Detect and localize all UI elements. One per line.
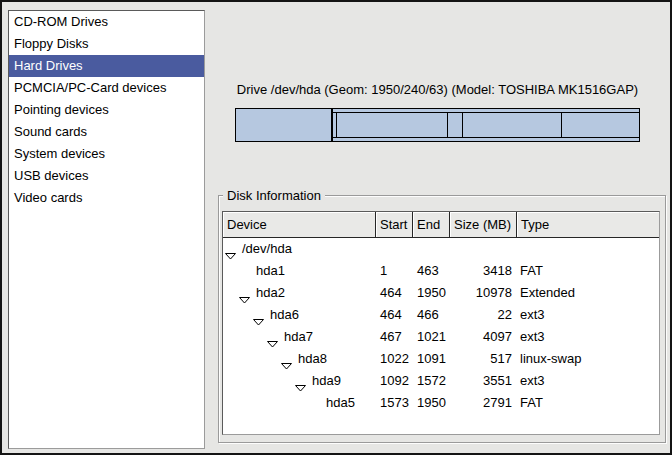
end-value: 1021: [413, 326, 450, 348]
start-value: 1092: [376, 370, 413, 392]
end-value: 463: [413, 260, 450, 282]
disk-information-table: Device Start End Size (MB) Type /dev/hda: [222, 211, 660, 435]
table-body: /dev/hda hda1 1 463 3418 FAT: [223, 238, 659, 414]
size-value: 3551: [450, 370, 517, 392]
size-value: 3418: [450, 260, 517, 282]
table-row-hda2[interactable]: hda2 464 1950 10978 Extended: [223, 282, 659, 304]
logical-partition-divider: [447, 113, 448, 137]
table-row-hda9[interactable]: hda9 1092 1572 3551 ext3: [223, 370, 659, 392]
type-value: ext3: [517, 304, 659, 326]
expander-triangle-icon[interactable]: [225, 245, 236, 253]
column-header-size[interactable]: Size (MB): [450, 212, 517, 238]
logical-partition-divider: [462, 113, 463, 137]
end-value: [413, 238, 450, 260]
table-row-hda8[interactable]: hda8 1022 1091 517 linux-swap: [223, 348, 659, 370]
table-header-row: Device Start End Size (MB) Type: [223, 212, 659, 238]
expander-triangle-icon[interactable]: [253, 311, 264, 319]
drive-geometry-label: Drive /dev/hda (Geom: 1950/240/63) (Mode…: [235, 82, 640, 98]
type-value: ext3: [517, 370, 659, 392]
table-row-hda5[interactable]: hda5 1573 1950 2791 FAT: [223, 392, 659, 414]
sidebar-item-usb-devices[interactable]: USB devices: [9, 165, 204, 187]
size-value: 10978: [450, 282, 517, 304]
device-name: hda2: [256, 282, 285, 304]
end-value: 1572: [413, 370, 450, 392]
device-name: hda9: [312, 370, 341, 392]
sidebar-item-system-devices[interactable]: System devices: [9, 143, 204, 165]
size-value: 4097: [450, 326, 517, 348]
start-value: 1: [376, 260, 413, 282]
table-row-hda6[interactable]: hda6 464 466 22 ext3: [223, 304, 659, 326]
partition-segment-extended: [332, 109, 639, 141]
sidebar-item-sound-cards[interactable]: Sound cards: [9, 121, 204, 143]
end-value: 1950: [413, 392, 450, 414]
table-row-hda7[interactable]: hda7 467 1021 4097 ext3: [223, 326, 659, 348]
sidebar-item-pcmcia-devices[interactable]: PCMCIA/PC-Card devices: [9, 77, 204, 99]
hardware-browser-window: CD-ROM Drives Floppy Disks Hard Drives P…: [0, 0, 672, 455]
type-value: ext3: [517, 326, 659, 348]
start-value: 1022: [376, 348, 413, 370]
expander-triangle-icon[interactable]: [281, 355, 292, 363]
start-value: 1573: [376, 392, 413, 414]
sidebar-item-floppy-disks[interactable]: Floppy Disks: [9, 33, 204, 55]
drive-partition-bar: [235, 108, 640, 142]
sidebar-item-pointing-devices[interactable]: Pointing devices: [9, 99, 204, 121]
column-header-end[interactable]: End: [413, 212, 450, 238]
size-value: [450, 238, 517, 260]
hardware-category-list: CD-ROM Drives Floppy Disks Hard Drives P…: [8, 10, 205, 449]
logical-partition-divider: [561, 113, 562, 137]
expander-triangle-icon[interactable]: [267, 333, 278, 341]
size-value: 2791: [450, 392, 517, 414]
size-value: 517: [450, 348, 517, 370]
type-value: [517, 238, 659, 260]
device-name: hda8: [298, 348, 327, 370]
start-value: 467: [376, 326, 413, 348]
type-value: Extended: [517, 282, 659, 304]
sidebar-item-video-cards[interactable]: Video cards: [9, 187, 204, 209]
partition-segment-primary: [236, 109, 332, 141]
logical-partition-divider: [336, 113, 337, 137]
device-name: hda6: [270, 304, 299, 326]
sidebar-item-cdrom-drives[interactable]: CD-ROM Drives: [9, 11, 204, 33]
extended-partition-inner: [333, 112, 639, 138]
table-row-hda1[interactable]: hda1 1 463 3418 FAT: [223, 260, 659, 282]
device-name: /dev/hda: [242, 238, 292, 260]
sidebar-item-hard-drives[interactable]: Hard Drives: [9, 55, 204, 77]
device-name: hda1: [256, 260, 285, 282]
column-header-device[interactable]: Device: [223, 212, 376, 238]
column-header-start[interactable]: Start: [376, 212, 413, 238]
device-name: hda5: [326, 392, 355, 414]
end-value: 1091: [413, 348, 450, 370]
expander-triangle-icon[interactable]: [295, 377, 306, 385]
end-value: 466: [413, 304, 450, 326]
column-header-type[interactable]: Type: [517, 212, 659, 238]
disk-information-groupbox: Disk Information Device Start End Size (…: [218, 195, 666, 443]
size-value: 22: [450, 304, 517, 326]
device-name: hda7: [284, 326, 313, 348]
expander-triangle-icon[interactable]: [239, 289, 250, 297]
start-value: 464: [376, 304, 413, 326]
table-row-dev-hda[interactable]: /dev/hda: [223, 238, 659, 260]
disk-information-label: Disk Information: [223, 188, 325, 203]
end-value: 1950: [413, 282, 450, 304]
start-value: 464: [376, 282, 413, 304]
type-value: FAT: [517, 260, 659, 282]
start-value: [376, 238, 413, 260]
type-value: linux-swap: [517, 348, 659, 370]
type-value: FAT: [517, 392, 659, 414]
